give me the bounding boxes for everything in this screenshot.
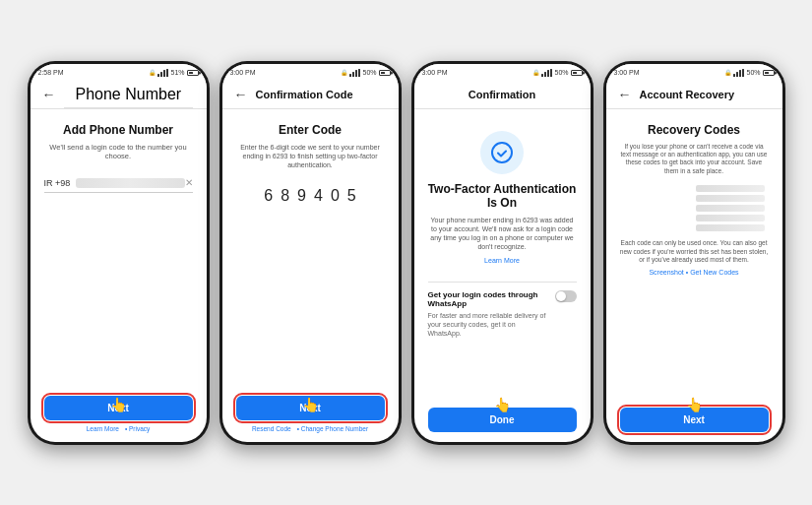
phone2-heading: Enter Code [236,123,385,137]
whatsapp-text: Get your login codes through WhatsApp Fo… [428,290,549,338]
phone4-nav-bar: ← Account Recovery [606,82,782,109]
phone1-screen: 2:58 PM 🔒 51% ← [31,64,207,442]
phone4-heading: Recovery Codes [620,123,769,137]
phone2-wrapper: 3:00 PM 🔒 50% ← [219,61,402,445]
phone-number-blurred [76,178,184,188]
recovery-code-1 [696,185,765,192]
svg-point-0 [492,143,512,162]
lock-icon4: 🔒 [724,69,731,76]
battery-level3: 50% [554,69,568,76]
lock-icon: 🔒 [149,69,156,76]
phone4-wrapper: 3:00 PM 🔒 50% ← [603,61,785,445]
phone1-nav-bar: ← Phone Number [31,82,207,109]
learn-more-link3[interactable]: Learn More [428,257,577,264]
phone4-frame: 3:00 PM 🔒 50% ← [603,61,785,445]
phone1-bottom-links: Learn More • Privacy [44,425,193,432]
battery-icon2 [379,70,391,76]
phone1-status-icons: 🔒 51% [149,69,198,77]
recovery-bottom-text: Each code can only be used once. You can… [620,239,769,264]
phone3-nav-title: Confirmation [468,89,535,100]
phone3-bottom: Done [428,402,577,432]
phone1-content: Add Phone Number We'll send a login code… [31,109,207,442]
next-button2[interactable]: Next [236,396,385,420]
battery-indicator: 51% [170,69,184,76]
battery-icon [187,70,199,76]
battery-icon4 [763,70,775,76]
digit-5: 0 [331,187,340,205]
phone4-bottom: Next [620,402,769,432]
signal-icon2 [349,69,360,77]
resend-code-link[interactable]: Resend Code [252,425,291,432]
recovery-code-4 [696,215,765,221]
phone2-screen: 3:00 PM 🔒 50% ← [222,64,399,442]
screenshot-link[interactable]: Screenshot • Get New Codes [620,269,769,276]
phone4-subtext: If you lose your phone or can't receive … [620,143,769,176]
signal-icon4 [733,69,744,77]
phone4-content: Recovery Codes If you lose your phone or… [606,109,782,442]
phone1-subtext: We'll send a login code to the number yo… [44,143,193,162]
battery-level2: 50% [362,69,376,76]
battery-icon3 [571,70,583,76]
phone2-status-bar: 3:00 PM 🔒 50% [222,64,399,82]
phone2-nav-title: Confirmation Code [256,89,353,100]
phone3-time: 3:00 PM [422,69,448,76]
digit-4: 4 [314,187,323,205]
toggle-knob [556,291,566,301]
whatsapp-section: Get your login codes through WhatsApp Fo… [428,282,577,338]
phone2-bottom: Next Resend Code • Change Phone Number [236,390,385,432]
phone3-nav-bar: Confirmation [414,82,591,109]
privacy-link[interactable]: • Privacy [125,425,150,432]
two-factor-icon [480,131,524,174]
whatsapp-title: Get your login codes through WhatsApp [428,290,549,308]
country-code: IR +98 [44,178,71,188]
phone2-frame: 3:00 PM 🔒 50% ← [219,61,402,445]
signal-icon [157,69,168,77]
digit-3: 9 [297,187,306,205]
phone1-wrapper: 2:58 PM 🔒 51% ← [28,61,210,445]
recovery-code-3 [696,205,765,212]
lock-icon3: 🔒 [532,69,539,76]
back-arrow4-icon[interactable]: ← [618,87,632,102]
phone3-frame: 3:00 PM 🔒 50% Confirmation [411,61,593,445]
phone2-status-icons: 🔒 50% [341,69,390,77]
signal-icon3 [541,69,552,77]
phone1-nav-title: Phone Number [64,81,194,108]
phone2-nav-bar: ← Confirmation Code [222,82,399,109]
phone3-screen: 3:00 PM 🔒 50% Confirmation [414,64,591,442]
clear-button[interactable]: ✕ [185,177,193,188]
back-arrow2-icon[interactable]: ← [234,87,248,102]
phone4-time: 3:00 PM [614,69,640,76]
learn-more-link[interactable]: Learn More [87,425,119,432]
lock-icon2: 🔒 [341,69,347,76]
phone2-bottom-links: Resend Code • Change Phone Number [236,425,385,432]
recovery-codes-list [620,185,769,231]
whatsapp-desc: For faster and more reliable delivery of… [428,311,549,338]
phone1-status-bar: 2:58 PM 🔒 51% [31,64,207,82]
recovery-code-2 [696,195,765,202]
change-number-link[interactable]: • Change Phone Number [297,425,368,432]
whatsapp-row: Get your login codes through WhatsApp Fo… [428,290,577,338]
phone4-nav-title: Account Recovery [640,89,735,100]
phone3-status-icons: 🔒 50% [532,69,582,77]
battery-level4: 50% [746,69,760,76]
phone1-frame: 2:58 PM 🔒 51% ← [28,61,210,445]
done-button[interactable]: Done [428,408,577,432]
phone2-subtext: Enter the 6-digit code we sent to your n… [236,143,385,169]
next-button[interactable]: Next [44,396,193,420]
whatsapp-toggle[interactable] [555,290,577,302]
phones-container: 2:58 PM 🔒 51% ← [20,51,793,455]
phone1-heading: Add Phone Number [44,123,193,137]
phone1-bottom: Next Learn More • Privacy [44,390,193,432]
digit-1: 6 [264,187,273,205]
phone-input-row[interactable]: IR +98 ✕ [44,177,193,193]
phone4-screen: 3:00 PM 🔒 50% ← [606,64,782,442]
phone1-time: 2:58 PM [38,69,64,76]
phone3-subtext: Your phone number ending in 6293 was add… [428,216,577,251]
phone2-content: Enter Code Enter the 6-digit code we sen… [222,109,399,442]
digit-2: 8 [281,187,289,205]
back-arrow-icon[interactable]: ← [42,87,56,102]
phone4-status-icons: 🔒 50% [724,69,774,77]
phone3-heading: Two-Factor Authentication Is On [428,182,577,210]
next-button4[interactable]: Next [620,408,769,432]
phone3-content: Two-Factor Authentication Is On Your pho… [414,109,591,442]
